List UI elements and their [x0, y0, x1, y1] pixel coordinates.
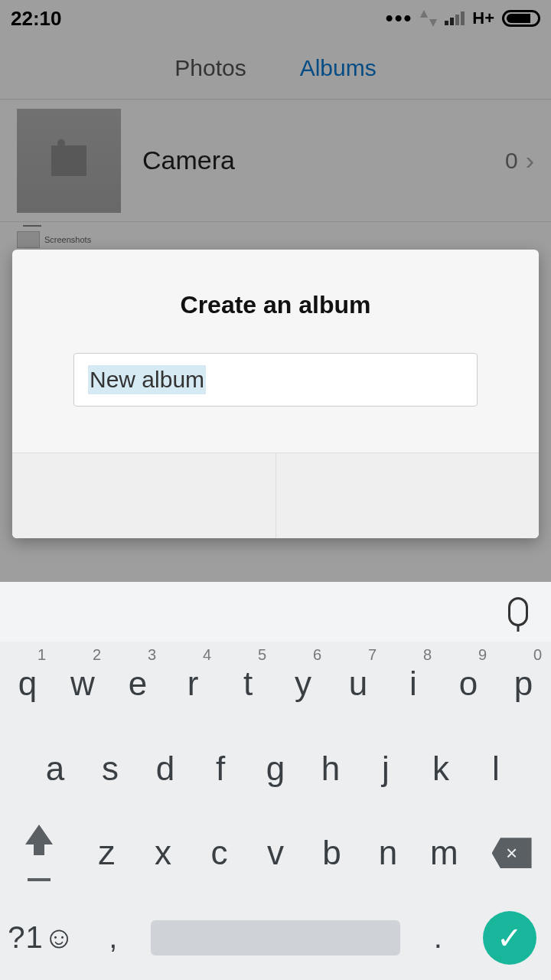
key-w[interactable]: 2w [55, 642, 110, 727]
key-y[interactable]: 6y [276, 642, 331, 727]
keyboard-row-1: 1q 2w 3e 4r 5t 6y 7u 8i 9o 0p [0, 642, 551, 727]
key-enter[interactable]: ✓ [468, 896, 551, 981]
keyboard-row-3: z x c v b n m × [0, 811, 551, 896]
key-z[interactable]: z [79, 811, 135, 896]
keyboard-row-4: ?1☺ , . ✓ [0, 896, 551, 981]
check-icon: ✓ [483, 911, 536, 965]
key-k[interactable]: k [413, 727, 468, 812]
key-o[interactable]: 9o [441, 642, 496, 727]
key-b[interactable]: b [304, 811, 360, 896]
soft-keyboard: 1q 2w 3e 4r 5t 6y 7u 8i 9o 0p a s d f g … [0, 582, 551, 980]
dialog-cancel-button[interactable] [12, 453, 276, 538]
key-d[interactable]: d [138, 727, 193, 812]
key-r[interactable]: 4r [165, 642, 220, 727]
key-t[interactable]: 5t [220, 642, 276, 727]
key-u[interactable]: 7u [331, 642, 386, 727]
key-j[interactable]: j [358, 727, 413, 812]
key-backspace[interactable]: × [472, 811, 551, 896]
dialog-title: Create an album [12, 250, 539, 353]
key-h[interactable]: h [303, 727, 358, 812]
key-n[interactable]: n [360, 811, 416, 896]
album-name-input-value: New album [88, 365, 206, 394]
key-i[interactable]: 8i [386, 642, 441, 727]
key-c[interactable]: c [191, 811, 247, 896]
key-q[interactable]: 1q [0, 642, 55, 727]
mic-icon[interactable] [508, 597, 528, 626]
key-l[interactable]: l [468, 727, 523, 812]
key-period[interactable]: . [408, 896, 468, 981]
key-f[interactable]: f [193, 727, 248, 812]
key-symbols[interactable]: ?1☺ [0, 896, 83, 981]
album-name-input[interactable]: New album [73, 353, 478, 407]
shift-icon [25, 825, 53, 844]
key-x[interactable]: x [135, 811, 191, 896]
dialog-button-row [12, 452, 539, 538]
dialog-ok-button[interactable] [276, 453, 540, 538]
key-a[interactable]: a [28, 727, 83, 812]
key-p[interactable]: 0p [496, 642, 551, 727]
keyboard-row-2: a s d f g h j k l [0, 727, 551, 812]
key-g[interactable]: g [248, 727, 303, 812]
create-album-dialog: Create an album New album [12, 250, 539, 538]
key-m[interactable]: m [416, 811, 472, 896]
key-e[interactable]: 3e [110, 642, 165, 727]
key-comma[interactable]: , [83, 896, 143, 981]
key-shift[interactable] [0, 811, 79, 896]
key-s[interactable]: s [83, 727, 138, 812]
backspace-icon: × [492, 838, 532, 868]
key-v[interactable]: v [247, 811, 303, 896]
key-space[interactable] [151, 920, 401, 956]
